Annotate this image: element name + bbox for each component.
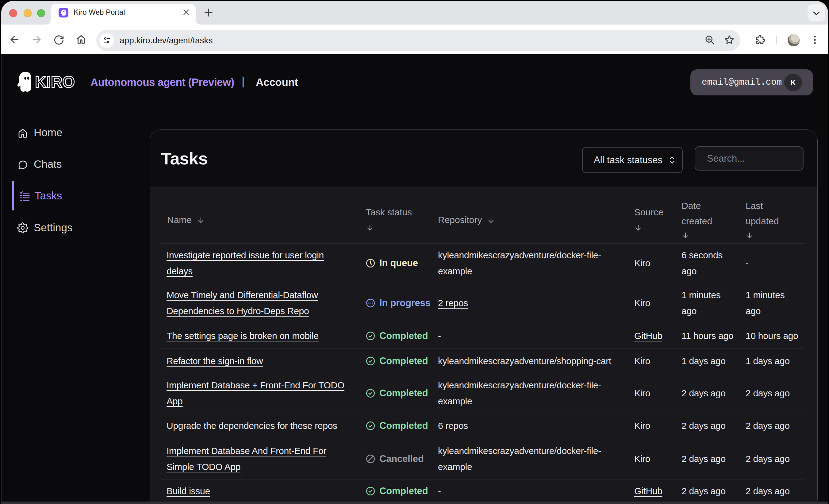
svg-text:KIRO: KIRO <box>35 73 75 91</box>
